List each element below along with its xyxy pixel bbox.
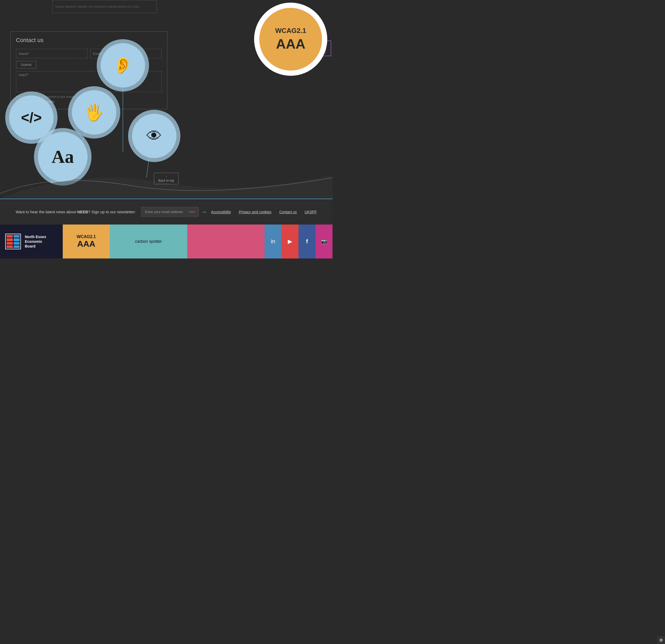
top-wireframe-box: natoque dignissim. Egestas nunc elementu… bbox=[52, 0, 157, 13]
email-input-field[interactable]: Enter your email address bbox=[141, 207, 199, 217]
wcag-level: AAA bbox=[276, 36, 306, 52]
email-input-container: Enter your email address → bbox=[141, 207, 207, 217]
text-size-icon: Aa bbox=[52, 146, 74, 167]
hand-icon: 🖐 bbox=[84, 103, 104, 122]
facebook-button[interactable]: f bbox=[299, 225, 316, 259]
footer-wcag-badge: WCAG2.1 AAA bbox=[63, 225, 110, 259]
youtube-button[interactable]: ▶ bbox=[282, 225, 299, 259]
ear-icon-inner: 👂 bbox=[101, 43, 145, 88]
wcag-badge-circle: WCAG2.1 AAA bbox=[254, 3, 327, 76]
eye-icon-inner: 👁 bbox=[132, 114, 176, 158]
instagram-button[interactable]: 📷 bbox=[316, 225, 332, 259]
footer-carbon-section: carbon spotter bbox=[110, 225, 187, 259]
footer-wcag-level: AAA bbox=[77, 239, 95, 249]
eye-circle: 👁 bbox=[128, 110, 180, 162]
ear-circle: 👂 bbox=[97, 39, 149, 92]
footer-link-accessibility[interactable]: Accessibility bbox=[211, 210, 231, 214]
carbon-spotter-text: carbon spotter bbox=[135, 239, 162, 244]
accessibility-circles: 👂 </> 🖐 👁 Aa bbox=[0, 39, 235, 183]
back-to-top-label: Back to top bbox=[158, 179, 174, 183]
footer-wcag-version: WCAG2.1 bbox=[77, 234, 96, 239]
instagram-icon: 📷 bbox=[321, 239, 327, 244]
hand-circle: 🖐 bbox=[68, 86, 120, 138]
required-dots bbox=[189, 211, 195, 212]
newsletter-brand: NEEB bbox=[77, 210, 88, 214]
linkedin-button[interactable]: in bbox=[265, 225, 282, 259]
bottom-footer: North Essex Economic Board WCAG2.1 AAA c… bbox=[0, 225, 332, 259]
back-to-top-button[interactable]: ↑ Back to top bbox=[154, 173, 178, 184]
footer-link-ukspf[interactable]: UKSPF bbox=[305, 210, 317, 214]
newsletter-submit[interactable]: → bbox=[201, 209, 207, 215]
footer-link-contact[interactable]: Contact us bbox=[279, 210, 297, 214]
newsletter-text: Want to hear the latest news about NEEB?… bbox=[16, 210, 136, 214]
footer-pink-section bbox=[187, 225, 265, 259]
newsletter-left: Want to hear the latest news about NEEB?… bbox=[16, 207, 207, 217]
footer-logo-section: North Essex Economic Board bbox=[0, 225, 63, 259]
ear-icon: 👂 bbox=[113, 56, 133, 75]
hand-icon-inner: 🖐 bbox=[72, 90, 116, 135]
code-icon: </> bbox=[21, 109, 42, 126]
footer-social-section: in ▶ f 📷 bbox=[265, 225, 332, 259]
footer-link-privacy[interactable]: Privacy and cookies bbox=[239, 210, 271, 214]
linkedin-icon: in bbox=[271, 238, 275, 245]
back-to-top-arrow: ↑ bbox=[166, 175, 167, 178]
top-wireframe-text: natoque dignissim. Egestas nunc elementu… bbox=[55, 5, 141, 8]
logo-text: North Essex Economic Board bbox=[25, 234, 46, 249]
top-section: natoque dignissim. Egestas nunc elementu… bbox=[0, 0, 332, 198]
wcag-badge-inner: WCAG2.1 AAA bbox=[259, 8, 322, 71]
facebook-icon: f bbox=[306, 238, 308, 245]
youtube-icon: ▶ bbox=[288, 238, 292, 245]
wcag-version: WCAG2.1 bbox=[275, 27, 306, 35]
email-placeholder: Enter your email address bbox=[145, 210, 183, 214]
eye-icon: 👁 bbox=[146, 127, 162, 145]
neeb-logo bbox=[5, 234, 21, 249]
newsletter-section: Want to hear the latest news about NEEB?… bbox=[0, 198, 332, 225]
footer-links: Accessibility Privacy and cookies Contac… bbox=[211, 210, 317, 214]
